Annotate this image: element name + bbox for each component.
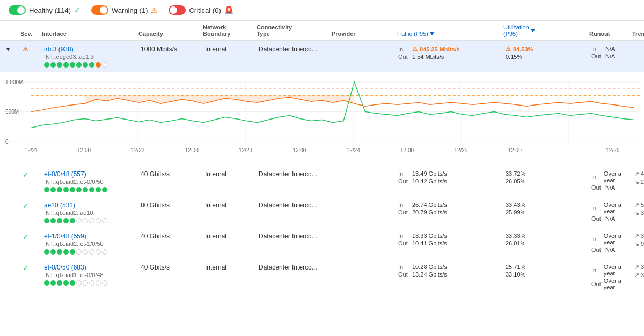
dot-2 [50,280,56,286]
row-network-boundary: Internal [203,200,257,210]
row-check-cell [4,263,20,265]
warning-toggle[interactable] [91,5,108,15]
dot-6 [76,280,82,286]
row-interface-cell: et-0/0/50 (683) INT::qfx.iad1::et-0/0/48 [42,263,138,287]
row-capacity: 1000 Mbits/s [138,44,203,54]
traffic-out-value: 1.54 Mbits/s [412,54,444,60]
dot-6 [76,187,82,192]
runout-out-label: Out [591,247,603,253]
dot-10 [102,280,107,286]
row-utilization: 33.43% 25.99% [503,200,589,216]
warning-icon: ⚠ [151,6,158,14]
row-runout: InOver a year OutN/A [589,169,632,192]
util-in-warn-icon: ⚠ [506,46,511,53]
critical-status[interactable]: Critical (0) 🚨 [169,5,233,15]
svg-marker-1 [531,29,535,32]
interface-link[interactable]: et-0/0/48 (557) [44,170,86,178]
util-in: 33.43% [506,201,587,208]
row-trend: ↗ 3 Mbits/s / Wk ↘ 9 Mbits/s / Wk [632,232,644,249]
dot-8 [89,187,94,192]
in-label: In [398,264,410,270]
traffic-in: 13.33 Gbits/s [412,233,447,239]
dot-2 [50,249,56,255]
healthy-status[interactable]: Healthy (114) ✓ [9,5,80,15]
dot-8 [89,280,94,286]
row-capacity: 40 Gbits/s [138,263,203,272]
trend-out: ↘ 35 Mbits/s / Wk [634,210,644,216]
svg-text:1 000M: 1 000M [5,79,23,85]
dot-8 [89,218,94,223]
row-check-icon: ✓ [20,200,42,211]
runout-in-value: N/A [605,46,615,52]
svg-text:12/21: 12/21 [25,147,38,153]
row-trend: ↗ 33 Mbits/s / Wk ↗ 31 Mbits/s / Wk [632,263,644,280]
row-provider [332,263,396,265]
dot-1 [44,249,49,255]
svg-text:0: 0 [5,139,9,145]
warning-status[interactable]: Warning (1) ⚠ [91,5,158,15]
runout-out: N/A [605,215,615,222]
trend-out: ↘ 25 Mbits/s / Wk [634,178,644,185]
svg-text:12/24: 12/24 [347,147,360,153]
chart-container: 1 000M 500M 0 12/21 12:00 12/22 12:00 12… [0,72,644,166]
sub-interface: INT::qfx.iad1::et-0/0/48 [44,272,136,278]
dot-6 [76,62,82,68]
dot-6 [76,249,82,255]
row-sev: ⚠ [20,44,42,54]
status-dots [44,187,136,192]
row-interface-cell: ae10 (531) INT::qfx.iad2::ae10 [42,200,138,225]
row-expand-btn[interactable]: ▾ [4,44,20,54]
runout-out-label: Out [591,281,602,287]
dot-5 [70,280,75,286]
col-utilization[interactable]: Utilization(P95) [503,24,589,37]
dot-10 [102,187,107,192]
row-trend [632,44,644,47]
row-runout: InOver a year OutOver a year [589,263,632,292]
util-out: 26.05% [506,178,587,184]
row-capacity: 80 Gbits/s [138,200,203,210]
svg-text:12/23: 12/23 [239,147,252,153]
col-runout: Runout [589,31,632,37]
dot-3 [57,187,62,192]
dot-9 [96,280,101,286]
col-capacity: Capacity [138,31,203,37]
row-provider [332,232,396,234]
dot-1 [44,187,49,192]
svg-text:12/25: 12/25 [454,147,467,153]
runout-in-label: In [591,205,602,211]
svg-text:12/22: 12/22 [131,147,144,153]
warning-triangle-icon: ⚠ [23,46,28,53]
traffic-out: 13.24 Gbits/s [412,271,447,278]
dot-1 [44,218,49,223]
dot-7 [83,249,88,255]
dot-8 [89,62,94,68]
interface-link[interactable]: ae10 (531) [44,201,75,209]
row-network-boundary: Internal [203,44,257,54]
interface-link[interactable]: irb.3 (938) [44,46,74,53]
healthy-label: Healthy (114) [29,6,71,14]
healthy-toggle[interactable] [9,5,26,15]
interface-link[interactable]: et-1/0/48 (559) [44,233,86,240]
sub-interface: INT::qfx.iad2::et-1/0/50 [44,241,136,247]
dot-4 [63,62,69,68]
runout-out-label: Out [591,184,603,191]
util-out-value: 0.15% [506,54,522,60]
traffic-in: 26.74 Gbits/s [412,201,447,208]
row-runout: In N/A Out N/A [589,44,632,61]
row-runout: InOver a year OutN/A [589,232,632,254]
trend-in: ↗ 33 Mbits/s / Wk [634,264,644,271]
util-in-value: 84.53% [513,46,533,53]
interface-link[interactable]: et-0/0/50 (683) [44,264,86,271]
trend-in: ↗ 3 Mbits/s / Wk [634,233,644,240]
status-dots [44,280,136,286]
col-traffic[interactable]: Traffic (P95) [396,31,503,37]
row-check-icon: ✓ [20,232,42,242]
row-utilization: ⚠ 84.53% 0.15% [503,44,589,61]
row-traffic: In13.49 Gbits/s Out10.42 Gbits/s [396,169,503,185]
healthy-check-icon: ✓ [74,6,80,14]
svg-text:12:00: 12:00 [185,147,199,153]
row-capacity: 40 Gbits/s [138,169,203,179]
critical-toggle[interactable] [169,5,186,15]
row-provider [332,44,396,47]
runout-in: Over a year [604,201,630,214]
